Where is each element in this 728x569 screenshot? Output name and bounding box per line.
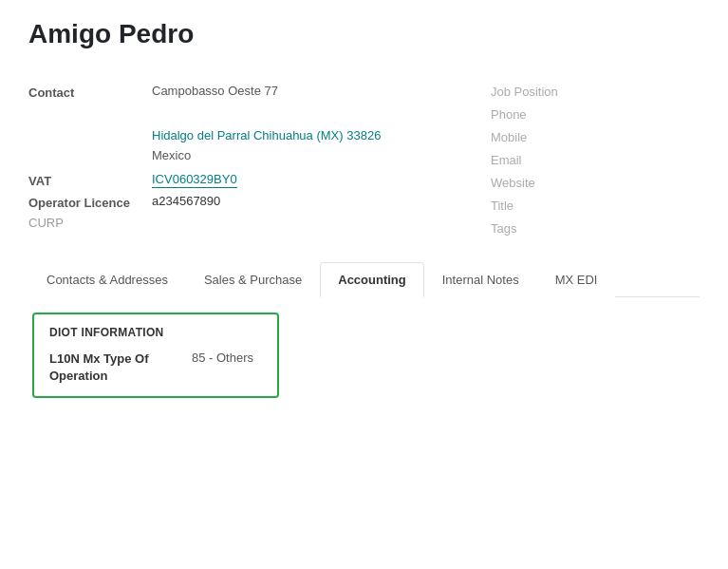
curp-label: CURP [28, 216, 472, 230]
operator-licence-value: a234567890 [152, 194, 220, 208]
vat-label: VAT [28, 172, 152, 188]
contact-address-line1: Campobasso Oeste 77 [152, 84, 278, 98]
job-position-field: Job Position [491, 84, 700, 99]
mobile-label: Mobile [491, 130, 527, 144]
phone-label: Phone [491, 107, 527, 122]
vat-value: ICV060329BY0 [152, 172, 237, 188]
diot-operation-value: 85 - Others [192, 351, 253, 365]
contact-address-city: Hidalgo del Parral Chihuahua (MX) 33826 [152, 128, 381, 142]
tab-mx-edi[interactable]: MX EDI [537, 262, 616, 297]
tab-accounting[interactable]: Accounting [320, 262, 424, 297]
diot-information-box: DIOT Information L10N Mx Type Of Operati… [32, 313, 279, 398]
title-field: Title [491, 198, 700, 213]
tab-content-accounting: DIOT Information L10N Mx Type Of Operati… [28, 297, 700, 413]
tags-label: Tags [491, 221, 516, 236]
website-label: Website [491, 176, 535, 190]
tab-sales-purchase[interactable]: Sales & Purchase [186, 262, 320, 297]
job-position-label: Job Position [491, 85, 558, 99]
contact-address-country: Mexico [152, 148, 191, 162]
title-label: Title [491, 199, 513, 213]
tabs-bar: Contacts & Addresses Sales & Purchase Ac… [28, 262, 700, 297]
email-label: Email [491, 153, 522, 167]
operator-licence-label: Operator Licence [28, 194, 152, 210]
email-field: Email [491, 152, 700, 167]
mobile-field: Mobile [491, 129, 700, 144]
diot-operation-label: L10N Mx Type Of Operation [49, 351, 173, 385]
contact-label: Contact [28, 84, 152, 100]
website-field: Website [491, 175, 700, 190]
tab-contacts-addresses[interactable]: Contacts & Addresses [28, 262, 186, 297]
page-title: Amigo Pedro [28, 19, 700, 49]
tab-internal-notes[interactable]: Internal Notes [424, 262, 537, 297]
tags-field: Tags [491, 220, 700, 236]
phone-field: Phone [491, 106, 700, 122]
diot-section-title: DIOT Information [49, 326, 262, 339]
